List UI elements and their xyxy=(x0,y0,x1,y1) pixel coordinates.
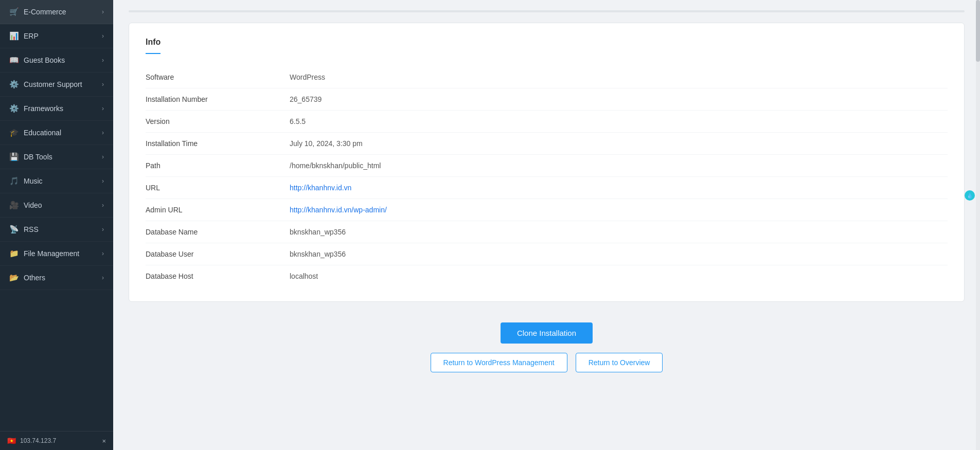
sidebar-item-left-frameworks: ⚙️ Frameworks xyxy=(9,104,63,113)
sidebar-item-music[interactable]: 🎵 Music › xyxy=(0,169,113,193)
sidebar-label-educational: Educational xyxy=(24,129,61,137)
buttons-area: Clone Installation Return to WordPress M… xyxy=(129,317,965,372)
info-row-5: URL http://khanhnv.id.vn xyxy=(146,177,948,199)
ip-address: 103.74.123.7 xyxy=(20,437,98,444)
video-icon: 🎥 xyxy=(9,201,19,210)
sidebar-item-rss[interactable]: 📡 RSS › xyxy=(0,218,113,242)
info-row-6: Admin URL http://khanhnv.id.vn/wp-admin/ xyxy=(146,199,948,221)
info-value-0: WordPress xyxy=(290,73,325,81)
music-icon: 🎵 xyxy=(9,176,19,186)
sidebar-item-left-music: 🎵 Music xyxy=(9,176,43,186)
sidebar-item-left-db-tools: 💾 DB Tools xyxy=(9,152,52,161)
sidebar-label-others: Others xyxy=(24,274,45,282)
sidebar-label-music: Music xyxy=(24,177,43,185)
sidebar-item-others[interactable]: 📂 Others › xyxy=(0,266,113,290)
clone-installation-button[interactable]: Clone Installation xyxy=(501,322,593,344)
top-divider xyxy=(129,10,965,12)
sidebar-item-customer-support[interactable]: ⚙️ Customer Support › xyxy=(0,73,113,97)
sidebar-item-left-educational: 🎓 Educational xyxy=(9,128,61,137)
info-row-9: Database Host localhost xyxy=(146,265,948,287)
sidebar-label-ecommerce: E-Commerce xyxy=(24,8,66,16)
info-value-4: /home/bknskhan/public_html xyxy=(290,161,381,170)
info-value-3: July 10, 2024, 3:30 pm xyxy=(290,139,363,148)
frameworks-icon: ⚙️ xyxy=(9,104,19,113)
sidebar-label-file-management: File Management xyxy=(24,249,79,258)
scrollbar-thumb[interactable] xyxy=(976,0,980,62)
sidebar-label-video: Video xyxy=(24,201,42,209)
sidebar-item-erp[interactable]: 📊 ERP › xyxy=(0,24,113,48)
sidebar-item-frameworks[interactable]: ⚙️ Frameworks › xyxy=(0,97,113,121)
info-value-8: bknskhan_wp356 xyxy=(290,250,346,258)
chevron-customer-support-icon: › xyxy=(102,81,104,88)
educational-icon: 🎓 xyxy=(9,128,19,137)
info-row-2: Version 6.5.5 xyxy=(146,111,948,133)
sidebar-label-rss: RSS xyxy=(24,225,39,233)
sidebar-item-file-management[interactable]: 📁 File Management › xyxy=(0,242,113,266)
sidebar-label-guest-books: Guest Books xyxy=(24,56,65,64)
chevron-educational-icon: › xyxy=(102,129,104,136)
button-row: Return to WordPress Management Return to… xyxy=(431,353,663,372)
sidebar-label-db-tools: DB Tools xyxy=(24,153,52,161)
info-label-6: Admin URL xyxy=(146,206,290,214)
bottom-bar: 🇻🇳 103.74.123.7 × xyxy=(0,431,113,450)
others-icon: 📂 xyxy=(9,273,19,282)
sidebar-item-left-others: 📂 Others xyxy=(9,273,45,282)
return-overview-button[interactable]: Return to Overview xyxy=(576,353,663,372)
chevron-erp-icon: › xyxy=(102,32,104,40)
notification-dot: 💧 xyxy=(965,190,975,201)
info-value-9: localhost xyxy=(290,272,318,280)
sidebar-label-customer-support: Customer Support xyxy=(24,80,82,88)
sidebar-item-educational[interactable]: 🎓 Educational › xyxy=(0,121,113,145)
main-content: Info Software WordPress Installation Num… xyxy=(113,0,980,450)
info-card-title: Info xyxy=(146,38,161,54)
chevron-others-icon: › xyxy=(102,274,104,281)
sidebar-label-erp: ERP xyxy=(24,32,39,40)
info-value-7: bknskhan_wp356 xyxy=(290,228,346,236)
sidebar-item-ecommerce[interactable]: 🛒 E-Commerce › xyxy=(0,0,113,24)
chevron-music-icon: › xyxy=(102,177,104,185)
info-value-5: http://khanhnv.id.vn xyxy=(290,184,351,192)
chevron-video-icon: › xyxy=(102,202,104,209)
ecommerce-icon: 🛒 xyxy=(9,7,19,16)
sidebar: 🛒 E-Commerce › 📊 ERP › 📖 Guest Books › ⚙… xyxy=(0,0,113,450)
info-row-3: Installation Time July 10, 2024, 3:30 pm xyxy=(146,133,948,155)
sidebar-item-db-tools[interactable]: 💾 DB Tools › xyxy=(0,145,113,169)
info-label-7: Database Name xyxy=(146,228,290,236)
info-label-9: Database Host xyxy=(146,272,290,280)
info-card: Info Software WordPress Installation Num… xyxy=(129,23,965,302)
chevron-ecommerce-icon: › xyxy=(102,8,104,15)
info-row-4: Path /home/bknskhan/public_html xyxy=(146,155,948,177)
sidebar-item-guest-books[interactable]: 📖 Guest Books › xyxy=(0,48,113,73)
scrollbar[interactable] xyxy=(976,0,980,450)
info-label-2: Version xyxy=(146,117,290,125)
sidebar-item-left-ecommerce: 🛒 E-Commerce xyxy=(9,7,66,16)
flag-icon: 🇻🇳 xyxy=(7,437,16,445)
file-management-icon: 📁 xyxy=(9,249,19,258)
chevron-frameworks-icon: › xyxy=(102,105,104,112)
sidebar-item-left-customer-support: ⚙️ Customer Support xyxy=(9,80,82,89)
close-icon[interactable]: × xyxy=(102,437,106,445)
info-row-7: Database Name bknskhan_wp356 xyxy=(146,221,948,243)
chevron-guest-books-icon: › xyxy=(102,57,104,64)
guest-books-icon: 📖 xyxy=(9,56,19,65)
info-label-5: URL xyxy=(146,184,290,192)
chevron-db-tools-icon: › xyxy=(102,153,104,160)
chevron-rss-icon: › xyxy=(102,226,104,233)
info-row-8: Database User bknskhan_wp356 xyxy=(146,243,948,265)
info-label-3: Installation Time xyxy=(146,139,290,148)
info-label-0: Software xyxy=(146,73,290,81)
sidebar-item-video[interactable]: 🎥 Video › xyxy=(0,193,113,218)
sidebar-item-left-erp: 📊 ERP xyxy=(9,31,39,41)
sidebar-item-left-guest-books: 📖 Guest Books xyxy=(9,56,65,65)
info-row-0: Software WordPress xyxy=(146,66,948,88)
customer-support-icon: ⚙️ xyxy=(9,80,19,89)
sidebar-item-left-video: 🎥 Video xyxy=(9,201,42,210)
info-value-2: 6.5.5 xyxy=(290,117,306,125)
erp-icon: 📊 xyxy=(9,31,19,41)
info-label-8: Database User xyxy=(146,250,290,258)
chevron-file-management-icon: › xyxy=(102,250,104,257)
info-value-1: 26_65739 xyxy=(290,95,322,103)
info-row-1: Installation Number 26_65739 xyxy=(146,88,948,111)
sidebar-item-left-file-management: 📁 File Management xyxy=(9,249,79,258)
return-wp-management-button[interactable]: Return to WordPress Management xyxy=(431,353,567,372)
